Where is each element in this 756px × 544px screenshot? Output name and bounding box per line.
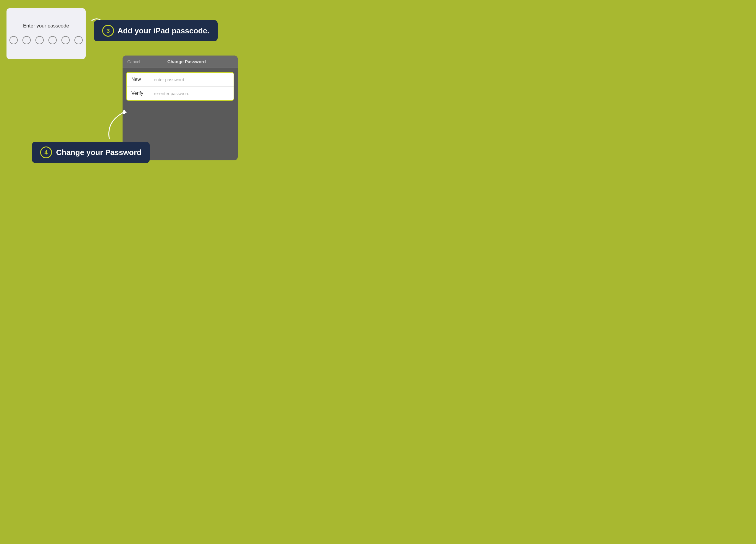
passcode-dot-1 (9, 36, 18, 44)
new-label: New (131, 77, 149, 82)
cancel-button[interactable]: Cancel (127, 59, 140, 64)
passcode-title: Enter your passcode (23, 23, 69, 29)
verify-label: Verify (131, 91, 149, 96)
passcode-dot-3 (35, 36, 44, 44)
new-password-row: New enter password (127, 73, 234, 87)
step4-number: 4 (40, 146, 52, 158)
arrow-step4-to-dialog (100, 97, 136, 145)
step4-label: Change your Password (56, 148, 141, 157)
new-password-input[interactable]: enter password (154, 77, 184, 82)
step3-label: Add your iPad passcode. (118, 26, 209, 35)
step4-bubble: 4 Change your Password (32, 142, 150, 163)
passcode-dot-4 (48, 36, 57, 44)
passcode-screen: Enter your passcode (6, 8, 86, 59)
change-password-header: Cancel Change Password (123, 56, 238, 68)
password-form: New enter password Verify re-enter passw… (126, 72, 234, 101)
passcode-dot-5 (61, 36, 70, 44)
passcode-dot-2 (22, 36, 31, 44)
passcode-dots (9, 36, 83, 44)
verify-password-row: Verify re-enter password (127, 87, 234, 100)
step3-bubble: 3 Add your iPad passcode. (94, 20, 218, 41)
step3-number: 3 (102, 25, 114, 37)
verify-password-input[interactable]: re-enter password (154, 91, 190, 96)
dialog-title: Change Password (167, 59, 206, 64)
passcode-dot-6 (74, 36, 83, 44)
